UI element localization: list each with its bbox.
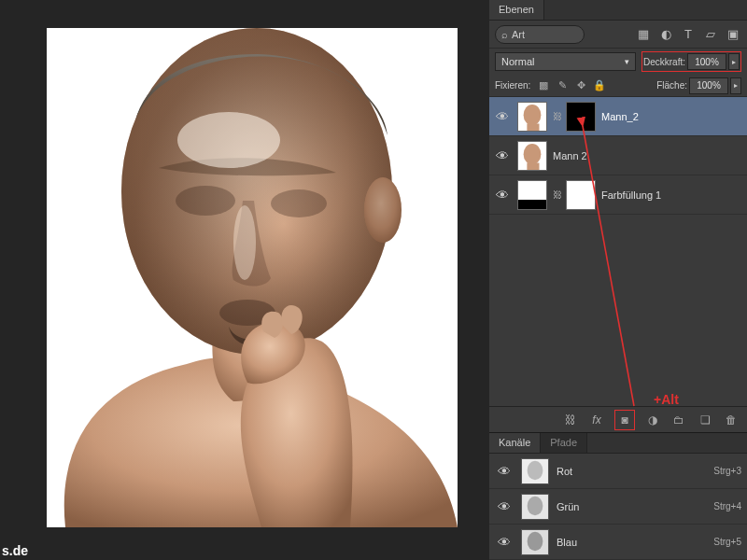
blend-mode-value: Normal [501,56,534,67]
svg-point-11 [524,104,542,125]
annotation-alt-label: +Alt [654,392,679,407]
layers-bottom-toolbar: ⛓ fx ◙ ◑ 🗀 ❏ 🗑 [489,406,747,432]
layer-filter-select[interactable]: ⌕ Art [495,25,585,44]
document-canvas[interactable] [47,28,458,527]
layer-mask-thumbnail[interactable] [566,180,596,210]
channel-row[interactable]: 👁 Rot Strg+3 [489,454,747,489]
right-panels: Ebenen ⌕ Art ▦ ◐ T ▱ ▣ Normal ▾ Deckkraf… [489,0,747,560]
svg-rect-12 [527,123,539,131]
svg-point-3 [176,186,235,216]
watermark-text: s.de [2,543,28,558]
tab-paths[interactable]: Pfade [541,433,587,453]
channel-thumbnail [521,494,549,520]
visibility-icon[interactable]: 👁 [495,499,514,514]
lock-row: Fixieren: ▩ ✎ ✥ 🔒 Fläche: 100% ▸ [489,75,747,97]
svg-point-7 [364,177,402,243]
lock-icons-group: ▩ ✎ ✥ 🔒 [536,78,607,93]
layer-name[interactable]: Mann_2 [601,111,639,122]
opacity-label: Deckkraft: [643,57,685,67]
svg-point-17 [528,460,543,479]
layer-row[interactable]: 👁 ⛓ Farbfüllung 1 [489,175,747,215]
svg-point-21 [528,531,543,550]
svg-point-14 [524,143,542,164]
trash-icon[interactable]: 🗑 [723,412,740,428]
opacity-group: Deckkraft: 100% ▸ [641,51,741,72]
lock-position-icon[interactable]: ✥ [573,78,588,93]
visibility-icon[interactable]: 👁 [495,464,514,479]
svg-point-9 [233,205,256,280]
link-layers-icon[interactable]: ⛓ [562,412,579,428]
portrait-image [47,28,458,527]
lock-label: Fixieren: [495,80,530,91]
layer-filter-row: ⌕ Art ▦ ◐ T ▱ ▣ [489,21,747,49]
channels-panel-tabs: Kanäle Pfade [489,433,747,454]
fill-group: Fläche: 100% ▸ [656,77,741,94]
channels-panel: Kanäle Pfade 👁 Rot Strg+3 👁 Grün Strg+4 … [489,432,747,560]
blend-row: Normal ▾ Deckkraft: 100% ▸ [489,49,747,75]
channel-name: Blau [557,537,706,548]
tab-channels[interactable]: Kanäle [489,433,541,453]
fill-label: Fläche: [656,80,687,91]
visibility-icon[interactable]: 👁 [495,535,514,550]
svg-point-8 [177,112,280,168]
blend-mode-select[interactable]: Normal ▾ [495,52,636,71]
visibility-icon[interactable]: 👁 [493,148,512,163]
channel-name: Grün [557,501,706,512]
fill-value[interactable]: 100% [689,77,728,94]
channel-shortcut: Strg+4 [713,501,741,511]
canvas-area [0,0,489,560]
visibility-icon[interactable]: 👁 [493,109,512,124]
tab-layers[interactable]: Ebenen [489,0,544,20]
layer-thumbnail[interactable] [517,180,547,210]
filter-shape-icon[interactable]: ▱ [702,26,719,43]
layer-fx-icon[interactable]: fx [588,412,605,428]
fill-stepper[interactable]: ▸ [730,77,741,94]
layer-name[interactable]: Farbfüllung 1 [601,189,661,201]
layer-thumbnail[interactable] [517,102,547,132]
channel-thumbnail [521,458,549,484]
search-icon: ⌕ [501,29,508,40]
adjustment-layer-icon[interactable]: ◑ [644,412,661,428]
channel-name: Rot [557,466,706,477]
chevron-down-icon: ▾ [625,57,629,66]
visibility-icon[interactable]: 👁 [493,188,512,203]
group-icon[interactable]: 🗀 [670,412,687,428]
layers-empty-area [489,215,747,406]
filter-smart-icon[interactable]: ▣ [725,26,741,43]
filter-label: Art [512,29,525,40]
filter-text-icon[interactable]: T [680,26,697,43]
lock-transparency-icon[interactable]: ▩ [536,78,551,93]
filter-icons: ▦ ◐ T ▱ ▣ [635,26,741,43]
channel-thumbnail [521,529,549,555]
new-layer-icon[interactable]: ❏ [697,412,713,428]
layer-thumbnail[interactable] [517,141,547,171]
channel-shortcut: Strg+3 [713,466,741,476]
svg-point-4 [271,189,327,217]
layers-panel-tabs: Ebenen [489,0,747,21]
channel-row[interactable]: 👁 Grün Strg+4 [489,489,747,525]
layers-list: 👁 ⛓ Mann_2 👁 Mann 2 👁 ⛓ Farbfüllung 1 [489,97,747,215]
add-mask-icon[interactable]: ◙ [614,410,635,430]
channel-shortcut: Strg+5 [713,537,741,547]
mask-link-icon[interactable]: ⛓ [553,111,560,121]
svg-rect-15 [527,162,539,170]
opacity-stepper[interactable]: ▸ [728,53,740,70]
filter-pixel-icon[interactable]: ▦ [635,26,652,43]
layer-mask-thumbnail[interactable] [566,102,596,132]
lock-all-icon[interactable]: 🔒 [592,78,607,93]
channel-row[interactable]: 👁 Blau Strg+5 [489,525,747,560]
layer-name[interactable]: Mann 2 [553,150,587,161]
layer-row[interactable]: 👁 ⛓ Mann_2 [489,97,747,136]
lock-pixels-icon[interactable]: ✎ [555,78,570,93]
opacity-value[interactable]: 100% [687,53,726,70]
mask-link-icon[interactable]: ⛓ [553,189,560,200]
svg-point-19 [528,496,543,514]
layer-row[interactable]: 👁 Mann 2 [489,136,747,175]
filter-adjust-icon[interactable]: ◐ [657,26,674,43]
